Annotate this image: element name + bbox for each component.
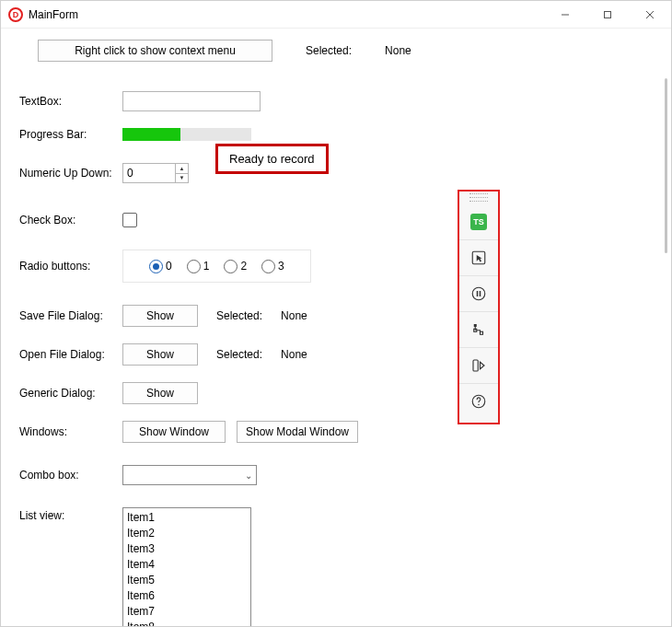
radio-option-label: 3 (278, 260, 284, 273)
generic-label: Generic Dialog: (19, 387, 122, 400)
progress-bar (122, 128, 251, 141)
radio-option-label: 2 (240, 260, 247, 273)
generic-row: Generic Dialog: Show (19, 382, 671, 404)
scrollbar-thumb[interactable] (665, 78, 667, 253)
generic-show-button[interactable]: Show (122, 382, 198, 404)
svg-rect-6 (477, 291, 479, 296)
radio-option-0[interactable]: 0 (149, 260, 172, 273)
client-area: Right click to show context menu Selecte… (1, 29, 671, 626)
svg-rect-8 (474, 324, 477, 327)
toolbar-step-button[interactable] (459, 347, 498, 383)
minimize-button[interactable] (544, 1, 586, 28)
element-tree-icon (470, 321, 487, 338)
radio-circle-icon (187, 260, 201, 273)
svg-rect-7 (480, 291, 481, 296)
radio-option-label: 1 (203, 260, 210, 273)
numeric-row: Numeric Up Down: ▲ ▼ (19, 163, 671, 183)
toolbar-pause-button[interactable] (459, 275, 498, 311)
list-item[interactable]: Item7 (127, 604, 247, 620)
radio-option-3[interactable]: 3 (261, 260, 284, 273)
radio-option-label: 0 (166, 260, 172, 273)
combo-box[interactable]: ⌄ (122, 465, 257, 485)
openfile-selected-value: None (281, 348, 307, 361)
savefile-label: Save File Dialog: (19, 309, 122, 322)
numeric-label: Numeric Up Down: (19, 167, 122, 180)
ts-icon: TS (470, 214, 487, 230)
top-row: Right click to show context menu Selecte… (19, 40, 671, 62)
app-icon: D (8, 7, 23, 22)
top-selected-value: None (385, 44, 411, 57)
list-item[interactable]: Item6 (127, 588, 247, 604)
close-button[interactable] (629, 1, 671, 28)
savefile-selected-value: None (281, 309, 307, 322)
toolbar-help-button[interactable] (459, 383, 498, 419)
textbox-row: TextBox: (19, 91, 671, 111)
progress-row: Progress Bar: (19, 128, 671, 141)
list-item[interactable]: Item4 (127, 557, 247, 573)
progress-fill (122, 128, 180, 141)
progress-label: Progress Bar: (19, 128, 122, 141)
numeric-input[interactable] (123, 166, 175, 180)
combo-row: Combo box: ⌄ (19, 465, 671, 485)
list-item[interactable]: Item5 (127, 573, 247, 588)
list-item[interactable]: Item1 (127, 510, 247, 526)
toolbar-tree-button[interactable] (459, 311, 498, 347)
radio-group: 0123 (122, 250, 311, 283)
checkbox-row: Check Box: (19, 213, 671, 227)
openfile-label: Open File Dialog: (19, 348, 122, 361)
textbox-label: TextBox: (19, 95, 122, 108)
svg-point-5 (472, 287, 485, 300)
show-window-button[interactable]: Show Window (122, 421, 226, 443)
list-item[interactable]: Item2 (127, 526, 247, 541)
radio-option-1[interactable]: 1 (187, 260, 210, 273)
windows-label: Windows: (19, 425, 122, 438)
titlebar-left: D MainForm (8, 7, 78, 22)
radio-label: Radio buttons: (19, 260, 122, 273)
cursor-icon (470, 250, 487, 266)
savefile-row: Save File Dialog: Show Selected: None (19, 305, 671, 327)
checkbox-input[interactable] (122, 213, 137, 227)
help-icon (470, 393, 487, 410)
list-view[interactable]: Item1Item2Item3Item4Item5Item6Item7Item8 (122, 507, 251, 626)
toolbar-ts-button[interactable]: TS (459, 204, 498, 239)
toolbar-cursor-button[interactable] (459, 239, 498, 275)
context-menu-button[interactable]: Right click to show context menu (38, 40, 272, 62)
svg-rect-11 (473, 360, 478, 371)
numeric-down-icon[interactable]: ▼ (176, 174, 188, 183)
recorder-toolbar[interactable]: TS (458, 190, 500, 424)
show-modal-window-button[interactable]: Show Modal Window (237, 421, 358, 443)
checkbox-label: Check Box: (19, 214, 122, 226)
list-item[interactable]: Item8 (127, 620, 247, 626)
textbox-input[interactable] (122, 91, 261, 111)
windows-row: Windows: Show Window Show Modal Window (19, 421, 671, 443)
list-item[interactable]: Item3 (127, 541, 247, 557)
listview-label: List view: (19, 507, 122, 522)
radio-circle-icon (261, 260, 275, 273)
numeric-spinner[interactable]: ▲ ▼ (175, 164, 188, 182)
main-window: D MainForm Right click to show context m… (0, 0, 672, 627)
openfile-row: Open File Dialog: Show Selected: None (19, 343, 671, 366)
openfile-show-button[interactable]: Show (122, 343, 198, 366)
record-status-badge: Ready to record (215, 144, 329, 174)
savefile-selected-label: Selected: (216, 309, 262, 322)
radio-circle-icon (149, 260, 163, 273)
numeric-up-icon[interactable]: ▲ (176, 164, 188, 174)
chevron-down-icon: ⌄ (245, 470, 252, 481)
maximize-button[interactable] (586, 1, 629, 28)
top-selected-label: Selected: (306, 44, 352, 57)
toolbar-grip[interactable] (459, 192, 498, 204)
titlebar: D MainForm (1, 1, 671, 29)
combo-label: Combo box: (19, 469, 122, 482)
radio-circle-icon (224, 260, 238, 273)
pause-icon (470, 285, 487, 302)
radio-option-2[interactable]: 2 (224, 260, 247, 273)
radio-row: Radio buttons: 0123 (19, 250, 671, 283)
numeric-updown[interactable]: ▲ ▼ (122, 163, 189, 183)
window-title: MainForm (29, 8, 78, 21)
svg-rect-1 (605, 11, 611, 17)
svg-point-13 (478, 404, 480, 406)
step-icon (470, 357, 487, 374)
openfile-selected-label: Selected: (216, 348, 262, 361)
savefile-show-button[interactable]: Show (122, 305, 198, 327)
listview-row: List view: Item1Item2Item3Item4Item5Item… (19, 507, 671, 626)
